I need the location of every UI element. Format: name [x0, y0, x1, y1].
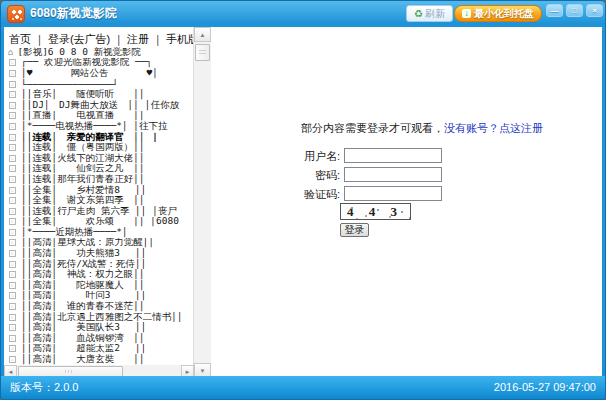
refresh-label: 刷新 [425, 7, 445, 21]
tree-row[interactable]: ││连载│火线下的江湖大佬││ [6, 153, 192, 164]
tree-row-text: ││高清│ 谁的青春不迷茫││ [21, 301, 145, 312]
login-notice: 部分内容需要登录才可观看，没有账号？点这注册 [301, 121, 543, 136]
tree-node-icon [9, 59, 16, 66]
close-button[interactable]: × [586, 4, 603, 17]
tree-node-icon [9, 335, 16, 342]
tree-row-text: ││连载│ 僵（粤国两版）││ [21, 142, 145, 153]
tree-row-text: └───────────────┘ [21, 79, 118, 90]
register-link[interactable]: 没有账号？点这注册 [444, 122, 543, 134]
content-area: 首页 ｜ 登录(去广告) ｜ 注册 ｜ 手机版(微信) ⌂[影视]6 0 8 0… [4, 27, 602, 376]
tree-row[interactable]: ││高清│星球大战：原力觉醒││ [6, 238, 192, 249]
tree-row[interactable]: │♥ 网站公告 ♥│ [6, 68, 192, 79]
tree-row-text: ││高清│ 功夫熊猫3 ││ [21, 248, 147, 259]
tree-row-text: ││连载│那年我们青春正好││ [21, 174, 145, 185]
login-button[interactable]: 登录 [340, 223, 369, 237]
captcha-input[interactable] [344, 186, 442, 201]
tree-node-icon [9, 271, 16, 278]
tree-row-text: ││连载│行尸走肉 第六季 ││ │丧尸 [21, 206, 177, 217]
login-notice-text: 部分内容需要登录才可观看， [301, 122, 444, 134]
tree-row-text: ││高清│ 神战：权力之眼││ [21, 269, 145, 280]
username-input[interactable] [344, 148, 442, 163]
captcha-label: 验证码: [287, 187, 340, 202]
version-text: 版本号：2.0.0 [10, 376, 78, 398]
password-label: 密码: [287, 168, 340, 183]
menu-item-0[interactable]: 首页 [9, 33, 31, 45]
menu-item-3[interactable]: 手机版(微信) [166, 33, 194, 45]
tree-node-icon [9, 239, 16, 246]
tree-row[interactable]: ││高清│死侍/X战警：死侍││ [6, 259, 192, 270]
tree-row[interactable]: ││高清│ 陀地驱魔人 ││ [6, 280, 192, 291]
tree-row-text: ││高清│ 血战铜锣湾 ││ [21, 333, 145, 344]
tree-node-icon [9, 123, 16, 130]
password-input[interactable] [344, 167, 442, 182]
channel-tree-panel: 首页 ｜ 登录(去广告) ｜ 注册 ｜ 手机版(微信) ⌂[影视]6 0 8 0… [4, 27, 194, 378]
menu-item-1[interactable]: 登录(去广告) [48, 33, 110, 45]
home-icon: ⌂ [8, 48, 13, 57]
tray-download-icon: ↓ [462, 9, 471, 18]
tree-row[interactable]: ││全集│ 欢乐颂 ││ │6080 [6, 217, 192, 228]
tray-label: 最小化到托盘 [474, 7, 534, 21]
tree-row-text: ││全集│ 欢乐颂 ││ │6080 [21, 217, 179, 228]
tree-row[interactable]: ││直播│ 电视直播 ││ [6, 111, 192, 122]
vertical-scrollbar[interactable]: ▲ ▼ [194, 27, 211, 378]
vertical-scroll-thumb[interactable] [195, 44, 210, 61]
tree-row[interactable]: ││全集│ 乡村爱情8 ││ [6, 185, 192, 196]
tree-row[interactable]: ││连载│行尸走肉 第六季 ││ │丧尸 [6, 206, 192, 217]
tree-row[interactable]: ││高清│ 谁的青春不迷茫││ [6, 301, 192, 312]
window-title: 6080新视觉影院 [30, 1, 117, 27]
tree-node-icon [9, 356, 16, 363]
captcha-image[interactable]: 4 4 3 8 [340, 203, 411, 220]
tree-node-icon [9, 218, 16, 225]
tree-row[interactable]: ┌── 欢迎光临新视觉影院 ──┐ [6, 58, 192, 69]
tree-node-icon [9, 324, 16, 331]
tree-node-icon [9, 292, 16, 299]
tree-row[interactable]: ││高清│ 叶问3 ││ [6, 291, 192, 302]
tree-row-text: [影视]6 0 8 0 新视觉影院 [17, 47, 141, 58]
status-bar: 版本号：2.0.0 2016-05-27 09:47:00 [1, 376, 605, 399]
tree-row[interactable]: └───────────────┘ [6, 79, 192, 90]
menu-separator: ｜ [31, 33, 48, 45]
tree-row-text: ││高清│死侍/X战警：死侍││ [21, 259, 147, 270]
tree-node-icon [9, 112, 16, 119]
tree-row[interactable]: ││高清│ 血战铜锣湾 ││ [6, 333, 192, 344]
tree-row[interactable]: ⌂[影视]6 0 8 0 新视觉影院 [6, 47, 192, 58]
tree-row[interactable]: ││高清│ 超能太监2 ││ [6, 344, 192, 355]
tree-row[interactable]: ││高清│ 功夫熊猫3 ││ [6, 248, 192, 259]
tree-row[interactable]: ││连载│那年我们青春正好││ [6, 174, 192, 185]
tree-row[interactable]: ││音乐│ 随便听听 ││ [6, 89, 192, 100]
tree-node-icon [9, 197, 16, 204]
tree-node-icon [9, 176, 16, 183]
app-logo-icon [7, 5, 25, 23]
refresh-icon: ♻ [414, 9, 423, 19]
tree-row[interactable]: ││高清│ 大唐玄奘 ││ [6, 354, 192, 365]
tree-node-icon [9, 70, 16, 77]
tree-node-icon [9, 165, 16, 172]
tree-row-text: ││连载│ 仙剑云之凡 ││ [21, 164, 145, 175]
menu-item-2[interactable]: 注册 [127, 33, 149, 45]
tree-row[interactable]: ││高清│ 神战：权力之眼││ [6, 269, 192, 280]
tree-row[interactable]: ││连载│ 僵（粤国两版）││ [6, 142, 192, 153]
tree-node-icon [9, 261, 16, 268]
tree-row-text: ││高清│ 超能太监2 ││ [21, 344, 147, 355]
tree-node-icon [9, 134, 16, 141]
maximize-button[interactable]: □ [566, 4, 583, 17]
minimize-to-tray-button[interactable]: ↓ 最小化到托盘 [454, 5, 542, 22]
app-window: 6080新视觉影院 ♻ 刷新 ↓ 最小化到托盘 — □ × 首页 ｜ 登录(去广… [0, 0, 606, 400]
tree-row[interactable]: ││高清│北京遇上西雅图之不二情书││ [6, 312, 192, 323]
tree-node-icon [9, 303, 16, 310]
minimize-button[interactable]: — [546, 4, 563, 17]
tree-row[interactable]: │*────电视热播────*│ │往下拉 [6, 121, 192, 132]
tree-row-text: ││连载│ 亲爱的翻译官 ││ ｜ [21, 132, 160, 143]
tree-row[interactable]: ││DJ│ DJ舞曲大放送 ││ │任你放 [6, 100, 192, 111]
scroll-up-button[interactable]: ▲ [194, 27, 211, 42]
tree-row[interactable]: ││连载│ 仙剑云之凡 ││ [6, 164, 192, 175]
tree-node-icon [9, 144, 16, 151]
tree-row-text: ││连载│火线下的江湖大佬││ [21, 153, 145, 164]
tree-row[interactable]: ││连载│ 亲爱的翻译官 ││ ｜ [6, 132, 192, 143]
tree-row[interactable]: ││全集│ 谢文东第四季 ││ [6, 195, 192, 206]
tree-node-icon [9, 102, 16, 109]
tree-row[interactable]: ││高清│ 美国队长3 ││ [6, 322, 192, 333]
refresh-button[interactable]: ♻ 刷新 [406, 5, 453, 22]
tree-row-text: │*────电视热播────*│ │往下拉 [21, 121, 168, 132]
tree-row[interactable]: │*────近期热播────*│ [6, 227, 192, 238]
